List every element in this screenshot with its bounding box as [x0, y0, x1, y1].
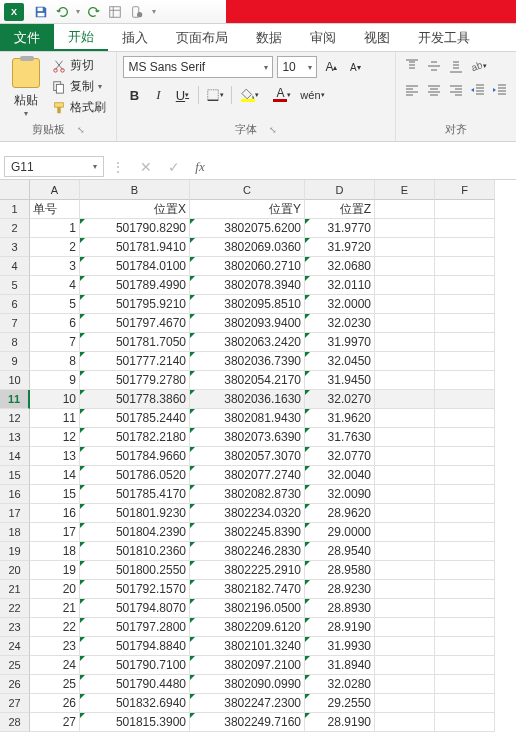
cell[interactable]: [435, 276, 495, 295]
cell[interactable]: [435, 371, 495, 390]
cell[interactable]: 9: [30, 371, 80, 390]
cell[interactable]: [375, 618, 435, 637]
cell[interactable]: [375, 713, 435, 732]
cell[interactable]: 501786.0520: [80, 466, 190, 485]
cell[interactable]: 501801.9230: [80, 504, 190, 523]
cell[interactable]: 28.9190: [305, 618, 375, 637]
cell[interactable]: 501797.2800: [80, 618, 190, 637]
col-header-e[interactable]: E: [375, 180, 435, 200]
cell[interactable]: 29.0000: [305, 523, 375, 542]
row-header[interactable]: 9: [0, 352, 30, 371]
cell[interactable]: 3802249.7160: [190, 713, 305, 732]
cell[interactable]: 501815.3900: [80, 713, 190, 732]
cell[interactable]: [435, 314, 495, 333]
cell[interactable]: 18: [30, 542, 80, 561]
row-header[interactable]: 19: [0, 542, 30, 561]
spreadsheet-grid[interactable]: 1234567891011121314151617181920212223242…: [0, 180, 516, 732]
cell[interactable]: 32.0770: [305, 447, 375, 466]
cell[interactable]: 6: [30, 314, 80, 333]
cell[interactable]: [375, 390, 435, 409]
row-header[interactable]: 12: [0, 409, 30, 428]
font-size-select[interactable]: 10 ▾: [277, 56, 317, 78]
align-right-button[interactable]: [446, 80, 466, 100]
cell[interactable]: 3802093.9400: [190, 314, 305, 333]
increase-font-button[interactable]: A▴: [321, 56, 341, 78]
cell[interactable]: 3802247.2300: [190, 694, 305, 713]
cell[interactable]: 32.0280: [305, 675, 375, 694]
cell[interactable]: 28.9230: [305, 580, 375, 599]
cell[interactable]: [435, 694, 495, 713]
bold-button[interactable]: B: [123, 84, 145, 106]
cell[interactable]: [435, 618, 495, 637]
borders-button[interactable]: ▾: [204, 84, 226, 106]
cell[interactable]: [375, 637, 435, 656]
row-header[interactable]: 11: [0, 390, 30, 409]
tab-data[interactable]: 数据: [242, 24, 296, 51]
cell[interactable]: 501792.1570: [80, 580, 190, 599]
cell[interactable]: [375, 675, 435, 694]
font-name-select[interactable]: MS Sans Serif ▾: [123, 56, 273, 78]
cell[interactable]: 23: [30, 637, 80, 656]
cell[interactable]: 28.9580: [305, 561, 375, 580]
cell[interactable]: 501784.0100: [80, 257, 190, 276]
cell[interactable]: [375, 542, 435, 561]
align-bottom-button[interactable]: [446, 56, 466, 76]
increase-indent-button[interactable]: [490, 80, 510, 100]
cell[interactable]: 501781.9410: [80, 238, 190, 257]
orientation-button[interactable]: ab▾: [468, 56, 488, 76]
cell[interactable]: [435, 675, 495, 694]
row-header[interactable]: 18: [0, 523, 30, 542]
cell[interactable]: 17: [30, 523, 80, 542]
row-header[interactable]: 10: [0, 371, 30, 390]
cell[interactable]: [435, 390, 495, 409]
cell[interactable]: 28.9540: [305, 542, 375, 561]
cell[interactable]: [435, 447, 495, 466]
cell[interactable]: 501790.4480: [80, 675, 190, 694]
phonetic-guide-button[interactable]: wén▾: [301, 84, 323, 106]
cell[interactable]: 3802245.8390: [190, 523, 305, 542]
tab-view[interactable]: 视图: [350, 24, 404, 51]
cell[interactable]: 501782.2180: [80, 428, 190, 447]
cell[interactable]: 3802225.2910: [190, 561, 305, 580]
row-header[interactable]: 24: [0, 637, 30, 656]
cell[interactable]: [375, 314, 435, 333]
cell[interactable]: 501784.9660: [80, 447, 190, 466]
row-header[interactable]: 1: [0, 200, 30, 219]
cell[interactable]: 3802082.8730: [190, 485, 305, 504]
cell[interactable]: [375, 485, 435, 504]
tab-review[interactable]: 审阅: [296, 24, 350, 51]
cell[interactable]: 501790.8290: [80, 219, 190, 238]
cell[interactable]: 31.9450: [305, 371, 375, 390]
save-button[interactable]: [30, 2, 52, 22]
cell[interactable]: 31.9770: [305, 219, 375, 238]
tab-page-layout[interactable]: 页面布局: [162, 24, 242, 51]
cell[interactable]: [375, 447, 435, 466]
cell[interactable]: 3802095.8510: [190, 295, 305, 314]
cell[interactable]: [435, 561, 495, 580]
cell[interactable]: [375, 409, 435, 428]
cell[interactable]: 3802069.0360: [190, 238, 305, 257]
cell[interactable]: 单号: [30, 200, 80, 219]
cell[interactable]: 32.0230: [305, 314, 375, 333]
cell[interactable]: 3802101.3240: [190, 637, 305, 656]
cell[interactable]: 3802073.6390: [190, 428, 305, 447]
qat-customize-icon[interactable]: ▾: [152, 7, 156, 16]
cell[interactable]: [435, 713, 495, 732]
row-header[interactable]: 7: [0, 314, 30, 333]
cell[interactable]: 21: [30, 599, 80, 618]
cell[interactable]: 32.0450: [305, 352, 375, 371]
underline-button[interactable]: U▾: [171, 84, 193, 106]
formula-input[interactable]: [212, 154, 516, 179]
cell[interactable]: 16: [30, 504, 80, 523]
accept-formula-button[interactable]: ✓: [160, 154, 188, 179]
cell[interactable]: [375, 200, 435, 219]
cell[interactable]: 5: [30, 295, 80, 314]
cell[interactable]: 31.9620: [305, 409, 375, 428]
cell[interactable]: 27: [30, 713, 80, 732]
col-header-a[interactable]: A: [30, 180, 80, 200]
cell[interactable]: 位置Y: [190, 200, 305, 219]
cell[interactable]: 3802182.7470: [190, 580, 305, 599]
tab-home[interactable]: 开始: [54, 24, 108, 51]
cell[interactable]: 3: [30, 257, 80, 276]
select-all-corner[interactable]: [0, 180, 30, 200]
